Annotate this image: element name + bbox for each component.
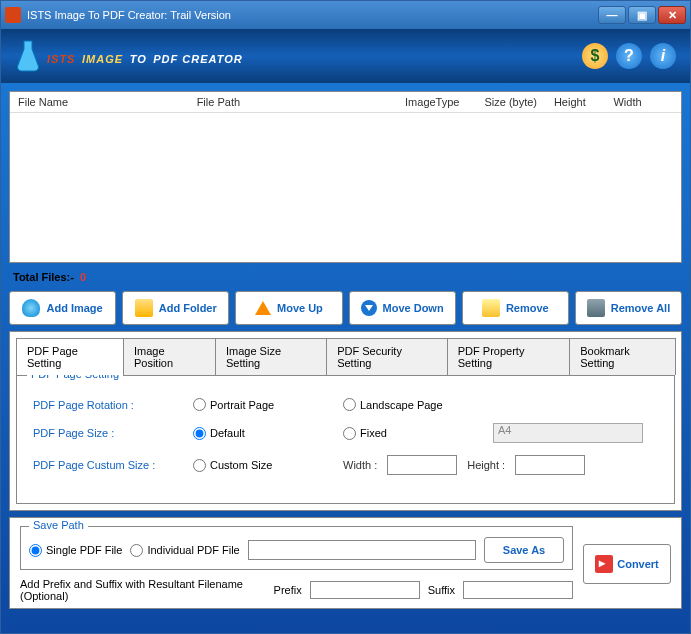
add-folder-button[interactable]: Add Folder bbox=[122, 291, 229, 325]
file-list[interactable]: File Name File Path ImageType Size (byte… bbox=[9, 91, 682, 263]
tab-image-position[interactable]: Image Position bbox=[123, 338, 216, 375]
tab-image-size[interactable]: Image Size Setting bbox=[215, 338, 327, 375]
window-title: ISTS Image To PDF Creator: Trail Version bbox=[27, 9, 598, 21]
col-width[interactable]: Width bbox=[613, 96, 673, 108]
suffix-input[interactable] bbox=[463, 581, 573, 599]
arrow-down-icon bbox=[361, 300, 377, 316]
col-size[interactable]: Size (byte) bbox=[484, 96, 553, 108]
custom-height-input[interactable] bbox=[515, 455, 585, 475]
app-icon bbox=[5, 7, 21, 23]
settings-tabs: PDF Page Setting Image Position Image Si… bbox=[16, 338, 675, 375]
tab-bookmark[interactable]: Bookmark Setting bbox=[569, 338, 676, 375]
info-icon[interactable]: i bbox=[650, 43, 676, 69]
logo: ISTS IMAGE TO PDF CREATOR bbox=[15, 39, 243, 73]
total-files-row: Total Files:- 0 bbox=[9, 269, 682, 285]
maximize-button[interactable]: ▣ bbox=[628, 6, 656, 24]
tab-property[interactable]: PDF Property Setting bbox=[447, 338, 570, 375]
col-imagetype[interactable]: ImageType bbox=[405, 96, 484, 108]
convert-button[interactable]: Convert bbox=[583, 544, 671, 584]
portrait-radio[interactable]: Portrait Page bbox=[193, 398, 333, 411]
pagesize-label: PDF Page Size : bbox=[33, 427, 183, 439]
settings-panel: PDF Page Setting Image Position Image Si… bbox=[9, 331, 682, 511]
header-icons: $ ? i bbox=[582, 43, 676, 69]
total-files-count: 0 bbox=[80, 271, 86, 283]
save-path-legend: Save Path bbox=[29, 519, 88, 531]
height-label: Height : bbox=[467, 459, 505, 471]
prefix-label: Prefix bbox=[274, 584, 302, 596]
move-up-button[interactable]: Move Up bbox=[235, 291, 342, 325]
app-window: ISTS Image To PDF Creator: Trail Version… bbox=[0, 0, 691, 634]
folder-icon bbox=[135, 299, 153, 317]
purchase-icon[interactable]: $ bbox=[582, 43, 608, 69]
remove-icon bbox=[482, 299, 500, 317]
prefix-suffix-row: Add Prefix and Suffix with Resultant Fil… bbox=[20, 578, 573, 602]
prefix-suffix-label: Add Prefix and Suffix with Resultant Fil… bbox=[20, 578, 266, 602]
total-files-label: Total Files:- bbox=[13, 271, 74, 283]
pdf-icon bbox=[595, 555, 613, 573]
bottom-panel: Save Path Single PDF File Individual PDF… bbox=[9, 517, 682, 609]
prefix-input[interactable] bbox=[310, 581, 420, 599]
titlebar[interactable]: ISTS Image To PDF Creator: Trail Version… bbox=[1, 1, 690, 29]
file-list-header: File Name File Path ImageType Size (byte… bbox=[10, 92, 681, 113]
customsize-row: PDF Page Custum Size : Custom Size Width… bbox=[33, 455, 658, 475]
remove-all-icon bbox=[587, 299, 605, 317]
save-as-button[interactable]: Save As bbox=[484, 537, 564, 563]
move-down-button[interactable]: Move Down bbox=[349, 291, 456, 325]
save-path-box: Save Path Single PDF File Individual PDF… bbox=[20, 526, 573, 570]
window-controls: — ▣ ✕ bbox=[598, 6, 686, 24]
help-icon[interactable]: ? bbox=[616, 43, 642, 69]
app-header: ISTS IMAGE TO PDF CREATOR $ ? i bbox=[1, 29, 690, 83]
page-setting-content: PDF Page Setting PDF Page Rotation : Por… bbox=[16, 375, 675, 504]
add-image-icon bbox=[22, 299, 40, 317]
fixed-size-radio[interactable]: Fixed bbox=[343, 427, 483, 440]
arrow-up-icon bbox=[255, 301, 271, 315]
pagesize-row: PDF Page Size : Default Fixed A4 bbox=[33, 423, 658, 443]
minimize-button[interactable]: — bbox=[598, 6, 626, 24]
remove-button[interactable]: Remove bbox=[462, 291, 569, 325]
default-size-radio[interactable]: Default bbox=[193, 427, 333, 440]
custom-width-input[interactable] bbox=[387, 455, 457, 475]
close-button[interactable]: ✕ bbox=[658, 6, 686, 24]
col-filepath[interactable]: File Path bbox=[197, 96, 405, 108]
tab-security[interactable]: PDF Security Setting bbox=[326, 338, 448, 375]
landscape-radio[interactable]: Landscape Page bbox=[343, 398, 483, 411]
remove-all-button[interactable]: Remove All bbox=[575, 291, 682, 325]
col-filename[interactable]: File Name bbox=[18, 96, 197, 108]
rotation-row: PDF Page Rotation : Portrait Page Landsc… bbox=[33, 398, 658, 411]
tab-page-setting[interactable]: PDF Page Setting bbox=[16, 338, 124, 375]
fixed-size-select[interactable]: A4 bbox=[493, 423, 643, 443]
customsize-label: PDF Page Custum Size : bbox=[33, 459, 183, 471]
individual-pdf-radio[interactable]: Individual PDF File bbox=[130, 544, 239, 557]
content-area: File Name File Path ImageType Size (byte… bbox=[1, 83, 690, 633]
suffix-label: Suffix bbox=[428, 584, 455, 596]
custom-size-radio[interactable]: Custom Size bbox=[193, 459, 333, 472]
brand-text: ISTS IMAGE TO PDF CREATOR bbox=[47, 45, 243, 68]
action-buttons: Add Image Add Folder Move Up Move Down R… bbox=[9, 291, 682, 325]
single-pdf-radio[interactable]: Single PDF File bbox=[29, 544, 122, 557]
save-path-input[interactable] bbox=[248, 540, 476, 560]
width-label: Width : bbox=[343, 459, 377, 471]
save-path-row: Single PDF File Individual PDF File Save… bbox=[29, 537, 564, 563]
flask-icon bbox=[15, 39, 41, 73]
rotation-label: PDF Page Rotation : bbox=[33, 399, 183, 411]
col-height[interactable]: Height bbox=[554, 96, 614, 108]
save-section: Save Path Single PDF File Individual PDF… bbox=[20, 526, 573, 602]
add-image-button[interactable]: Add Image bbox=[9, 291, 116, 325]
